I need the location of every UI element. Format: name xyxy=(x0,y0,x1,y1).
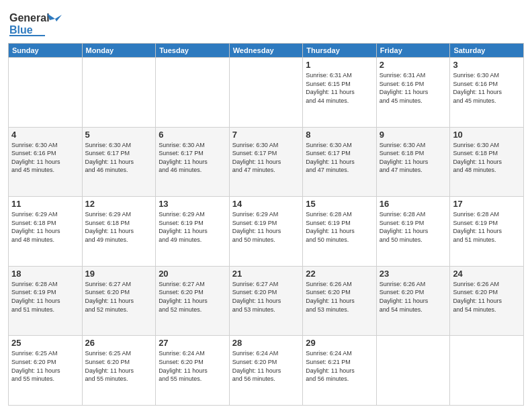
calendar-cell: 15Sunrise: 6:28 AM Sunset: 6:19 PM Dayli… xyxy=(303,197,377,267)
calendar-cell xyxy=(156,58,230,128)
day-number: 10 xyxy=(453,130,521,140)
day-info: Sunrise: 6:29 AM Sunset: 6:19 PM Dayligh… xyxy=(159,210,226,244)
day-number: 21 xyxy=(232,269,300,279)
day-info: Sunrise: 6:27 AM Sunset: 6:20 PM Dayligh… xyxy=(159,280,226,314)
day-info: Sunrise: 6:30 AM Sunset: 6:16 PM Dayligh… xyxy=(453,71,521,105)
header-row: SundayMondayTuesdayWednesdayThursdayFrid… xyxy=(9,44,524,58)
calendar-cell: 21Sunrise: 6:27 AM Sunset: 6:20 PM Dayli… xyxy=(229,266,303,336)
calendar-cell xyxy=(9,58,83,128)
day-info: Sunrise: 6:28 AM Sunset: 6:19 PM Dayligh… xyxy=(11,280,79,314)
day-number: 6 xyxy=(159,130,226,140)
day-number: 19 xyxy=(85,269,153,279)
day-number: 25 xyxy=(11,338,79,348)
logo: General Blue xyxy=(8,7,65,40)
calendar-cell: 5Sunrise: 6:30 AM Sunset: 6:17 PM Daylig… xyxy=(82,127,156,197)
day-number: 29 xyxy=(306,338,373,348)
calendar-cell: 17Sunrise: 6:28 AM Sunset: 6:19 PM Dayli… xyxy=(450,197,524,267)
day-number: 15 xyxy=(306,199,373,209)
calendar-cell: 8Sunrise: 6:30 AM Sunset: 6:17 PM Daylig… xyxy=(303,127,377,197)
calendar-cell xyxy=(450,336,524,406)
calendar-cell: 9Sunrise: 6:30 AM Sunset: 6:18 PM Daylig… xyxy=(376,127,450,197)
day-info: Sunrise: 6:30 AM Sunset: 6:16 PM Dayligh… xyxy=(11,141,79,175)
page: General Blue SundayMondayTuesdayWednesda… xyxy=(0,0,532,411)
day-info: Sunrise: 6:24 AM Sunset: 6:20 PM Dayligh… xyxy=(159,349,226,383)
calendar-week-row: 11Sunrise: 6:29 AM Sunset: 6:18 PM Dayli… xyxy=(9,197,524,267)
calendar-week-row: 18Sunrise: 6:28 AM Sunset: 6:19 PM Dayli… xyxy=(9,266,524,336)
calendar-cell: 13Sunrise: 6:29 AM Sunset: 6:19 PM Dayli… xyxy=(156,197,230,267)
weekday-header: Saturday xyxy=(450,44,524,58)
svg-marker-4 xyxy=(55,15,62,21)
calendar-cell: 19Sunrise: 6:27 AM Sunset: 6:20 PM Dayli… xyxy=(82,266,156,336)
calendar-cell xyxy=(376,336,450,406)
svg-text:Blue: Blue xyxy=(9,24,33,36)
day-info: Sunrise: 6:30 AM Sunset: 6:18 PM Dayligh… xyxy=(453,141,521,175)
calendar-cell: 20Sunrise: 6:27 AM Sunset: 6:20 PM Dayli… xyxy=(156,266,230,336)
day-info: Sunrise: 6:28 AM Sunset: 6:19 PM Dayligh… xyxy=(453,210,521,244)
day-info: Sunrise: 6:31 AM Sunset: 6:15 PM Dayligh… xyxy=(306,71,373,105)
calendar-cell: 16Sunrise: 6:28 AM Sunset: 6:19 PM Dayli… xyxy=(376,197,450,267)
calendar-table: SundayMondayTuesdayWednesdayThursdayFrid… xyxy=(8,43,524,406)
day-info: Sunrise: 6:29 AM Sunset: 6:19 PM Dayligh… xyxy=(232,210,300,244)
weekday-header: Wednesday xyxy=(229,44,303,58)
calendar-cell: 6Sunrise: 6:30 AM Sunset: 6:17 PM Daylig… xyxy=(156,127,230,197)
calendar-week-row: 4Sunrise: 6:30 AM Sunset: 6:16 PM Daylig… xyxy=(9,127,524,197)
day-number: 3 xyxy=(453,60,521,70)
day-info: Sunrise: 6:30 AM Sunset: 6:17 PM Dayligh… xyxy=(232,141,300,175)
day-number: 14 xyxy=(232,199,300,209)
calendar-cell: 11Sunrise: 6:29 AM Sunset: 6:18 PM Dayli… xyxy=(9,197,83,267)
header: General Blue xyxy=(8,7,524,40)
day-info: Sunrise: 6:26 AM Sunset: 6:20 PM Dayligh… xyxy=(380,280,447,314)
day-info: Sunrise: 6:24 AM Sunset: 6:21 PM Dayligh… xyxy=(306,349,373,383)
day-info: Sunrise: 6:29 AM Sunset: 6:18 PM Dayligh… xyxy=(85,210,153,244)
weekday-header: Friday xyxy=(376,44,450,58)
day-info: Sunrise: 6:24 AM Sunset: 6:20 PM Dayligh… xyxy=(232,349,300,383)
day-number: 8 xyxy=(306,130,373,140)
calendar-cell: 1Sunrise: 6:31 AM Sunset: 6:15 PM Daylig… xyxy=(303,58,377,128)
day-number: 17 xyxy=(453,199,521,209)
weekday-header: Sunday xyxy=(9,44,83,58)
day-number: 13 xyxy=(159,199,226,209)
calendar-cell: 29Sunrise: 6:24 AM Sunset: 6:21 PM Dayli… xyxy=(303,336,377,406)
calendar-cell: 23Sunrise: 6:26 AM Sunset: 6:20 PM Dayli… xyxy=(376,266,450,336)
calendar-cell: 28Sunrise: 6:24 AM Sunset: 6:20 PM Dayli… xyxy=(229,336,303,406)
day-info: Sunrise: 6:30 AM Sunset: 6:17 PM Dayligh… xyxy=(85,141,153,175)
calendar-cell xyxy=(229,58,303,128)
day-info: Sunrise: 6:27 AM Sunset: 6:20 PM Dayligh… xyxy=(232,280,300,314)
calendar-cell: 10Sunrise: 6:30 AM Sunset: 6:18 PM Dayli… xyxy=(450,127,524,197)
day-number: 22 xyxy=(306,269,373,279)
day-info: Sunrise: 6:28 AM Sunset: 6:19 PM Dayligh… xyxy=(306,210,373,244)
svg-text:General: General xyxy=(9,12,50,24)
day-number: 24 xyxy=(453,269,521,279)
calendar-cell: 26Sunrise: 6:25 AM Sunset: 6:20 PM Dayli… xyxy=(82,336,156,406)
calendar-cell: 27Sunrise: 6:24 AM Sunset: 6:20 PM Dayli… xyxy=(156,336,230,406)
day-number: 5 xyxy=(85,130,153,140)
day-info: Sunrise: 6:26 AM Sunset: 6:20 PM Dayligh… xyxy=(306,280,373,314)
calendar-cell: 14Sunrise: 6:29 AM Sunset: 6:19 PM Dayli… xyxy=(229,197,303,267)
day-info: Sunrise: 6:26 AM Sunset: 6:20 PM Dayligh… xyxy=(453,280,521,314)
weekday-header: Monday xyxy=(82,44,156,58)
weekday-header: Tuesday xyxy=(156,44,230,58)
calendar-cell: 24Sunrise: 6:26 AM Sunset: 6:20 PM Dayli… xyxy=(450,266,524,336)
day-number: 4 xyxy=(11,130,79,140)
calendar-cell: 2Sunrise: 6:31 AM Sunset: 6:16 PM Daylig… xyxy=(376,58,450,128)
day-number: 1 xyxy=(306,60,373,70)
day-number: 12 xyxy=(85,199,153,209)
day-number: 7 xyxy=(232,130,300,140)
calendar-week-row: 25Sunrise: 6:25 AM Sunset: 6:20 PM Dayli… xyxy=(9,336,524,406)
day-info: Sunrise: 6:25 AM Sunset: 6:20 PM Dayligh… xyxy=(11,349,79,383)
day-info: Sunrise: 6:29 AM Sunset: 6:18 PM Dayligh… xyxy=(11,210,79,244)
logo-svg: General Blue xyxy=(8,7,65,40)
calendar-week-row: 1Sunrise: 6:31 AM Sunset: 6:15 PM Daylig… xyxy=(9,58,524,128)
calendar-cell: 18Sunrise: 6:28 AM Sunset: 6:19 PM Dayli… xyxy=(9,266,83,336)
day-info: Sunrise: 6:31 AM Sunset: 6:16 PM Dayligh… xyxy=(380,71,447,105)
day-number: 2 xyxy=(380,60,447,70)
day-number: 18 xyxy=(11,269,79,279)
day-number: 23 xyxy=(380,269,447,279)
day-info: Sunrise: 6:28 AM Sunset: 6:19 PM Dayligh… xyxy=(380,210,447,244)
day-number: 26 xyxy=(85,338,153,348)
day-number: 11 xyxy=(11,199,79,209)
day-info: Sunrise: 6:30 AM Sunset: 6:18 PM Dayligh… xyxy=(380,141,447,175)
weekday-header: Thursday xyxy=(303,44,377,58)
day-info: Sunrise: 6:25 AM Sunset: 6:20 PM Dayligh… xyxy=(85,349,153,383)
day-number: 16 xyxy=(380,199,447,209)
